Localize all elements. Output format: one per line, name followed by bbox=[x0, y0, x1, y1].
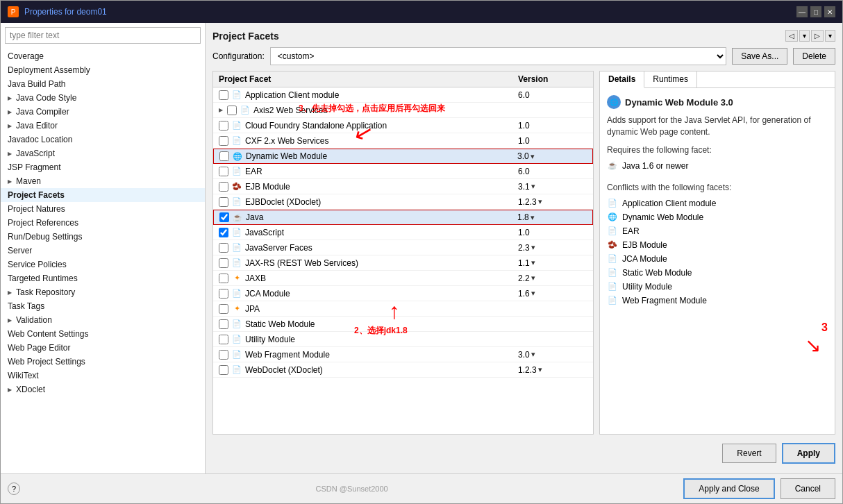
sidebar-item-coverage[interactable]: Coverage bbox=[1, 49, 205, 63]
minimize-button[interactable]: — bbox=[796, 6, 808, 17]
version-dropdown-java[interactable]: ▾ bbox=[531, 213, 535, 222]
conflict-icon-2: 🌐 bbox=[607, 212, 618, 223]
version-dropdown-jaxb[interactable]: ▾ bbox=[531, 274, 535, 283]
facet-checkbox-jsf[interactable] bbox=[219, 243, 228, 253]
facet-checkbox-cxf[interactable] bbox=[219, 136, 228, 146]
bottom-buttons: Revert Apply bbox=[212, 440, 835, 467]
details-conflict-utility: 📄 Utility Module bbox=[607, 280, 828, 294]
sidebar-item-deployment-assembly[interactable]: Deployment Assembly bbox=[1, 63, 205, 77]
sidebar-item-javascript[interactable]: JavaScript bbox=[1, 146, 205, 160]
sidebar-item-project-references[interactable]: Project References bbox=[1, 216, 205, 230]
tab-details[interactable]: Details bbox=[600, 72, 644, 88]
version-dropdown-web-fragment[interactable]: ▾ bbox=[531, 350, 535, 359]
sidebar-item-service-policies[interactable]: Service Policies bbox=[1, 258, 205, 271]
facet-row-left: ☕ Java bbox=[219, 212, 517, 223]
sidebar-item-xdoclet[interactable]: XDoclet bbox=[1, 383, 205, 396]
sidebar-item-run-debug-settings[interactable]: Run/Debug Settings bbox=[1, 230, 205, 244]
revert-button[interactable]: Revert bbox=[722, 444, 776, 463]
main-window: P Properties for deom01 — □ ✕ Coverage D… bbox=[0, 0, 843, 504]
facet-checkbox-dynamic-web[interactable] bbox=[219, 151, 229, 161]
facet-icon-utility: 📄 bbox=[231, 334, 242, 345]
sidebar-item-project-facets[interactable]: Project Facets bbox=[1, 188, 205, 202]
facet-row-left: 🫘 EJB Module bbox=[219, 181, 518, 192]
facet-checkbox-app-client[interactable] bbox=[219, 90, 228, 100]
sidebar-item-jsp-fragment[interactable]: JSP Fragment bbox=[1, 160, 205, 174]
facet-version-ejb: 3.1 ▾ bbox=[518, 182, 587, 192]
facet-checkbox-static-web[interactable] bbox=[219, 319, 228, 329]
sidebar-item-javadoc-location[interactable]: Javadoc Location bbox=[1, 133, 205, 146]
version-dropdown-jca[interactable]: ▾ bbox=[531, 289, 535, 298]
facet-checkbox-webdoclet[interactable] bbox=[219, 365, 228, 375]
facet-checkbox-ejb[interactable] bbox=[219, 182, 228, 192]
facet-row-left: 📄 JavaScript bbox=[219, 227, 518, 238]
facet-row-left: ✦ JAXB bbox=[219, 273, 518, 284]
facet-checkbox-ear[interactable] bbox=[219, 167, 228, 176]
sidebar-item-project-natures[interactable]: Project Natures bbox=[1, 202, 205, 216]
facet-checkbox-jpa[interactable] bbox=[219, 304, 228, 314]
facet-checkbox-axis2[interactable] bbox=[227, 106, 237, 115]
facet-checkbox-javascript[interactable] bbox=[219, 228, 228, 237]
facet-icon-jaxb: ✦ bbox=[231, 273, 242, 284]
nav-forward-button[interactable]: ▷ bbox=[811, 30, 824, 42]
facet-icon-jsf: 📄 bbox=[231, 242, 242, 253]
facet-version-java: 1.8 ▾ bbox=[517, 212, 587, 222]
help-icon[interactable]: ? bbox=[8, 482, 20, 495]
sidebar-item-validation[interactable]: Validation bbox=[1, 313, 205, 327]
config-select[interactable]: <custom> bbox=[270, 47, 727, 65]
sidebar-item-targeted-runtimes[interactable]: Targeted Runtimes bbox=[1, 271, 205, 285]
table-row: 📄 Utility Module bbox=[213, 332, 593, 347]
table-row: 📄 JavaServer Faces 2.3 ▾ bbox=[213, 240, 593, 255]
sidebar-item-web-page-editor[interactable]: Web Page Editor bbox=[1, 341, 205, 355]
sidebar-item-java-code-style[interactable]: Java Code Style bbox=[1, 91, 205, 105]
sidebar-item-maven[interactable]: Maven bbox=[1, 174, 205, 188]
sidebar-item-task-repository[interactable]: Task Repository bbox=[1, 285, 205, 299]
version-dropdown-jsf[interactable]: ▾ bbox=[531, 243, 535, 252]
sidebar-item-java-editor[interactable]: Java Editor bbox=[1, 119, 205, 133]
facet-icon-webdoclet: 📄 bbox=[231, 364, 242, 376]
facet-version-jsf: 2.3 ▾ bbox=[518, 243, 587, 253]
facet-checkbox-java[interactable] bbox=[219, 212, 229, 222]
nav-forward-dropdown-button[interactable]: ▾ bbox=[825, 30, 835, 42]
window-controls: — □ ✕ bbox=[796, 6, 835, 17]
facet-checkbox-utility[interactable] bbox=[219, 335, 228, 344]
close-button[interactable]: ✕ bbox=[824, 6, 835, 17]
cancel-button[interactable]: Cancel bbox=[781, 478, 835, 499]
sidebar-item-server[interactable]: Server bbox=[1, 244, 205, 258]
sidebar-item-java-build-path[interactable]: Java Build Path bbox=[1, 77, 205, 91]
sidebar-item-java-compiler[interactable]: Java Compiler bbox=[1, 105, 205, 119]
facet-checkbox-jca[interactable] bbox=[219, 289, 228, 299]
facet-checkbox-web-fragment[interactable] bbox=[219, 350, 228, 360]
delete-button[interactable]: Delete bbox=[793, 48, 835, 65]
tab-runtimes[interactable]: Runtimes bbox=[644, 72, 697, 87]
sidebar-item-web-project-settings[interactable]: Web Project Settings bbox=[1, 355, 205, 369]
maximize-button[interactable]: □ bbox=[810, 6, 821, 17]
sidebar-item-web-content-settings[interactable]: Web Content Settings bbox=[1, 327, 205, 341]
facet-checkbox-ejbdoclet[interactable] bbox=[219, 197, 228, 207]
sidebar-item-task-tags[interactable]: Task Tags bbox=[1, 299, 205, 313]
details-conflict-ear: 📄 EAR bbox=[607, 224, 828, 238]
facet-version-jaxrs: 1.1 ▾ bbox=[518, 258, 587, 268]
facet-checkbox-jaxb[interactable] bbox=[219, 274, 228, 283]
version-dropdown-ejb[interactable]: ▾ bbox=[531, 182, 535, 191]
filter-input[interactable] bbox=[5, 27, 201, 44]
facets-table-header: Project Facet Version bbox=[213, 72, 593, 87]
table-row: ▶ 📄 Axis2 Web Services bbox=[213, 103, 593, 118]
apply-and-close-button[interactable]: Apply and Close bbox=[683, 478, 774, 499]
nav-arrows: ◁ ▾ ▷ ▾ bbox=[785, 30, 835, 42]
panel-title: Project Facets bbox=[212, 31, 279, 42]
facet-icon-java: ☕ bbox=[232, 212, 243, 223]
expand-arrow-icon[interactable]: ▶ bbox=[219, 107, 223, 113]
apply-button[interactable]: Apply bbox=[782, 443, 835, 464]
nav-back-button[interactable]: ◁ bbox=[785, 30, 798, 42]
facet-row-left: 📄 CXF 2.x Web Services bbox=[219, 135, 518, 146]
facet-checkbox-cloud-foundry[interactable] bbox=[219, 121, 228, 131]
save-as-button[interactable]: Save As... bbox=[732, 48, 787, 65]
facet-checkbox-jaxrs[interactable] bbox=[219, 258, 228, 268]
facet-name-dynamic-web: Dynamic Web Module bbox=[246, 151, 327, 161]
sidebar-item-wikitext[interactable]: WikiText bbox=[1, 369, 205, 383]
version-dropdown-ejbdoclet[interactable]: ▾ bbox=[538, 197, 542, 206]
version-dropdown-dynamic-web[interactable]: ▾ bbox=[531, 152, 535, 161]
version-dropdown-webdoclet[interactable]: ▾ bbox=[538, 365, 542, 374]
nav-back-dropdown-button[interactable]: ▾ bbox=[799, 30, 810, 42]
version-dropdown-jaxrs[interactable]: ▾ bbox=[531, 258, 535, 267]
